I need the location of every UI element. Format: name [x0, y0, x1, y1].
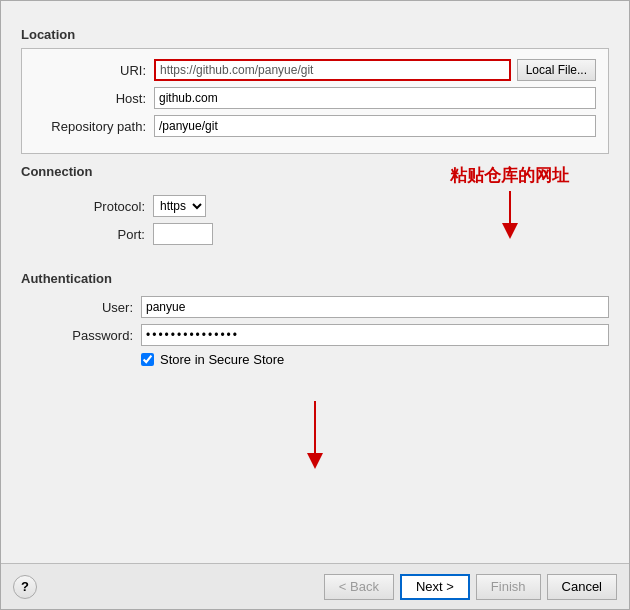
next-button[interactable]: Next > — [400, 574, 470, 600]
password-label: Password: — [21, 328, 141, 343]
store-secure-label: Store in Secure Store — [160, 352, 284, 367]
host-input[interactable] — [154, 87, 596, 109]
uri-row: URI: Local File... — [34, 59, 596, 81]
password-input[interactable] — [141, 324, 609, 346]
protocol-label: Protocol: — [33, 199, 153, 214]
store-secure-row: Store in Secure Store — [21, 352, 609, 367]
annotation-text: 粘贴仓库的网址 — [450, 164, 569, 187]
location-section-box: URI: Local File... Host: Repository path… — [21, 48, 609, 154]
repo-path-input[interactable] — [154, 115, 596, 137]
user-row: User: — [21, 296, 609, 318]
host-row: Host: — [34, 87, 596, 109]
repo-path-row: Repository path: — [34, 115, 596, 137]
password-row: Password: — [21, 324, 609, 346]
bottom-arrow-area — [21, 371, 609, 471]
button-bar: ? < Back Next > Finish Cancel — [1, 563, 629, 609]
annotation-container: 粘贴仓库的网址 — [450, 164, 569, 241]
uri-label: URI: — [34, 63, 154, 78]
port-input[interactable] — [153, 223, 213, 245]
bottom-arrow-icon — [295, 401, 335, 471]
cancel-button[interactable]: Cancel — [547, 574, 617, 600]
dialog: Location URI: Local File... Host: Reposi… — [0, 0, 630, 610]
local-file-button[interactable]: Local File... — [517, 59, 596, 81]
store-secure-checkbox[interactable] — [141, 353, 154, 366]
host-label: Host: — [34, 91, 154, 106]
annotation-arrow-icon — [490, 191, 530, 241]
user-input[interactable] — [141, 296, 609, 318]
finish-button[interactable]: Finish — [476, 574, 541, 600]
port-label: Port: — [33, 227, 153, 242]
auth-fields: User: Password: Store in Secure Store — [21, 292, 609, 371]
location-section-label: Location — [21, 27, 609, 42]
protocol-select[interactable]: https http git ssh — [153, 195, 206, 217]
back-button[interactable]: < Back — [324, 574, 394, 600]
uri-input[interactable] — [154, 59, 511, 81]
connection-annotation-container: Connection Protocol: https http git ssh … — [21, 164, 609, 261]
auth-section-label: Authentication — [21, 271, 609, 286]
repo-path-label: Repository path: — [34, 119, 154, 134]
help-button[interactable]: ? — [13, 575, 37, 599]
user-label: User: — [21, 300, 141, 315]
content-area: Location URI: Local File... Host: Reposi… — [1, 1, 629, 563]
